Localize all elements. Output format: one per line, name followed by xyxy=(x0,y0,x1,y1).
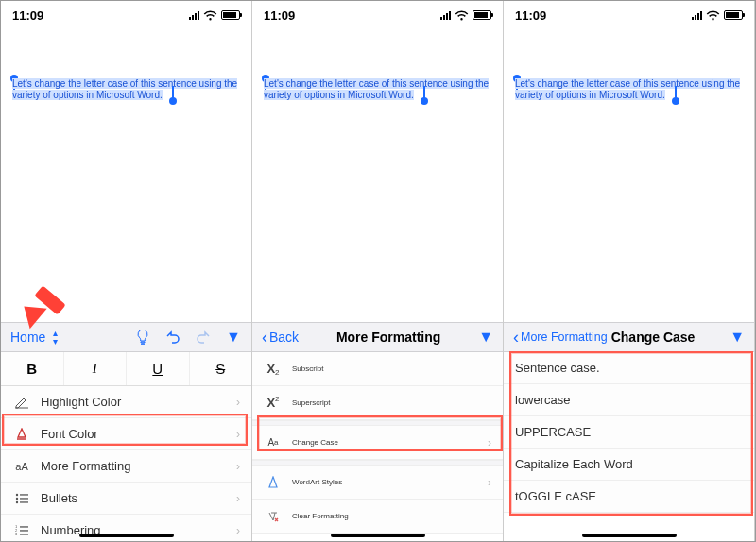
svg-rect-3 xyxy=(20,498,28,499)
underline-button[interactable]: U xyxy=(127,352,190,385)
svg-point-2 xyxy=(16,497,18,499)
row-label: Superscript xyxy=(292,398,330,407)
undo-button[interactable] xyxy=(164,329,181,346)
back-button[interactable]: ‹ Back xyxy=(262,330,299,345)
chevron-right-icon: › xyxy=(488,436,491,449)
redo-button[interactable] xyxy=(195,329,212,346)
wifi-icon xyxy=(455,10,469,21)
back-label: Back xyxy=(269,330,299,345)
cellular-icon xyxy=(692,10,702,20)
chevron-right-icon: › xyxy=(236,524,240,537)
clear-formatting-row[interactable]: Clear Formatting xyxy=(252,500,503,534)
highlight-color-row[interactable]: Highlight Color › xyxy=(1,386,251,418)
more-formatting-row[interactable]: aA More Formatting › xyxy=(1,450,251,483)
status-time: 11:09 xyxy=(264,8,295,23)
row-label: Subscript xyxy=(292,364,323,373)
lowercase-option[interactable]: lowercase xyxy=(504,384,754,416)
lightbulb-icon[interactable] xyxy=(134,329,151,346)
svg-point-4 xyxy=(16,500,18,502)
subscript-icon: X2 xyxy=(264,362,283,376)
svg-rect-5 xyxy=(20,501,28,502)
chevron-right-icon: › xyxy=(236,460,240,473)
wordart-row[interactable]: WordArt Styles › xyxy=(252,466,503,500)
selected-text[interactable]: Let's change the letter case of this sen… xyxy=(264,78,492,101)
strikethrough-button[interactable]: S xyxy=(190,352,252,385)
status-bar: 11:09 xyxy=(252,1,503,29)
change-case-icon: Aa xyxy=(264,437,283,448)
screen-home-panel: 11:09 Let's change the letter case of th… xyxy=(1,1,252,541)
option-label: UPPERCASE xyxy=(515,425,591,439)
selection-handle-end[interactable] xyxy=(672,97,679,105)
clear-formatting-icon xyxy=(264,510,283,523)
status-bar: 11:09 xyxy=(504,1,754,29)
bold-button[interactable]: B xyxy=(1,352,64,385)
status-time: 11:09 xyxy=(515,8,546,23)
document-area[interactable]: Let's change the letter case of this sen… xyxy=(504,29,754,322)
battery-icon xyxy=(472,10,491,20)
panel-title: More Formatting xyxy=(299,330,478,345)
sentence-case-option[interactable]: Sentence case. xyxy=(504,352,754,384)
option-label: tOGGLE cASE xyxy=(515,489,596,503)
svg-text:3: 3 xyxy=(15,532,18,536)
selected-text[interactable]: Let's change the letter case of this sen… xyxy=(515,78,744,101)
screen-change-case: 11:09 Let's change the letter case of th… xyxy=(504,1,755,541)
ribbon-toolbar: Home ▴▾ ▼ xyxy=(1,322,251,352)
font-color-icon xyxy=(12,428,31,441)
toggle-case-option[interactable]: tOGGLE cASE xyxy=(504,481,754,513)
document-area[interactable]: Let's change the letter case of this sen… xyxy=(252,29,503,322)
chevron-left-icon: ‹ xyxy=(262,330,267,344)
home-indicator[interactable] xyxy=(79,534,174,537)
battery-icon xyxy=(221,10,240,20)
row-label: WordArt Styles xyxy=(292,478,342,486)
back-button[interactable]: ‹ More Formatting xyxy=(513,330,608,344)
option-label: Capitalize Each Word xyxy=(515,457,633,471)
option-label: lowercase xyxy=(515,393,571,407)
screen-more-formatting: 11:09 Let's change the letter case of th… xyxy=(252,1,504,541)
row-label: Change Case xyxy=(292,438,338,447)
ribbon-toolbar: ‹ More Formatting Change Case ▼ xyxy=(504,322,754,352)
row-label: Bullets xyxy=(41,491,77,505)
ribbon-toolbar: ‹ Back More Formatting ▼ xyxy=(252,322,503,352)
status-icons xyxy=(440,10,491,21)
status-icons xyxy=(189,10,240,21)
battery-icon xyxy=(724,10,743,20)
annotation-arrow xyxy=(24,282,69,320)
bullets-row[interactable]: Bullets › xyxy=(1,483,251,515)
status-time: 11:09 xyxy=(12,8,43,23)
collapse-ribbon-button[interactable]: ▼ xyxy=(225,329,242,346)
chevron-right-icon: › xyxy=(236,396,240,409)
home-indicator[interactable] xyxy=(331,534,425,537)
subscript-row[interactable]: X2 Subscript xyxy=(252,352,503,386)
highlight-icon xyxy=(12,396,31,409)
row-label: Clear Formatting xyxy=(292,512,349,520)
cellular-icon xyxy=(189,10,199,20)
superscript-row[interactable]: X2 Superscript xyxy=(252,386,503,420)
svg-rect-11 xyxy=(20,534,28,534)
document-area[interactable]: Let's change the letter case of this sen… xyxy=(1,29,251,322)
chevron-sort-icon: ▴▾ xyxy=(53,329,58,346)
italic-button[interactable]: I xyxy=(64,352,128,385)
selection-handle-end[interactable] xyxy=(169,97,177,105)
font-color-row[interactable]: Font Color › xyxy=(1,418,251,450)
collapse-ribbon-button[interactable]: ▼ xyxy=(478,329,493,346)
format-toggle-row: B I U S xyxy=(1,352,251,386)
more-formatting-icon: aA xyxy=(12,461,31,472)
home-indicator[interactable] xyxy=(582,534,677,537)
uppercase-option[interactable]: UPPERCASE xyxy=(504,416,754,449)
change-case-row[interactable]: Aa Change Case › xyxy=(252,426,503,460)
ribbon-tab-selector[interactable]: Home ▴▾ xyxy=(10,329,58,346)
panel-title: Change Case xyxy=(611,330,696,345)
status-icons xyxy=(692,10,743,21)
wordart-icon xyxy=(264,476,283,489)
wifi-icon xyxy=(203,10,217,21)
collapse-ribbon-button[interactable]: ▼ xyxy=(730,329,745,346)
cellular-icon xyxy=(440,10,451,20)
selection-handle-end[interactable] xyxy=(421,97,428,105)
selected-text[interactable]: Let's change the letter case of this sen… xyxy=(12,78,241,101)
option-label: Sentence case. xyxy=(515,361,600,375)
capitalize-each-word-option[interactable]: Capitalize Each Word xyxy=(504,449,754,481)
chevron-right-icon: › xyxy=(236,492,240,505)
svg-point-0 xyxy=(16,493,18,495)
wifi-icon xyxy=(706,10,720,21)
status-bar: 11:09 xyxy=(1,1,251,29)
